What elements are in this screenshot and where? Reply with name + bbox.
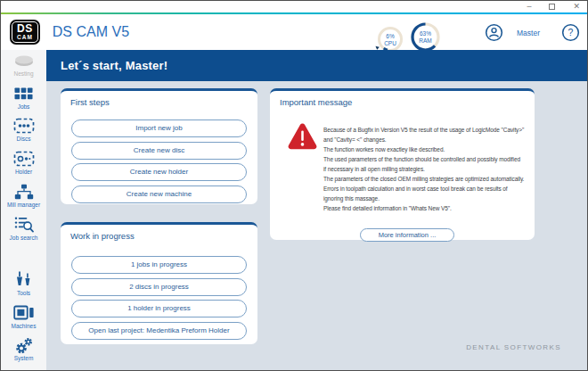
- sidebar-label: System: [14, 355, 34, 361]
- sidebar-item-nesting[interactable]: Nesting: [1, 53, 46, 78]
- sidebar-item-system[interactable]: System: [1, 337, 46, 363]
- logo-text-bottom: CAM: [17, 34, 33, 40]
- message-line: The used parameters of the function shou…: [323, 154, 532, 164]
- sidebar-label: Holder: [15, 169, 32, 175]
- create-new-disc-button[interactable]: Create new disc: [71, 142, 247, 160]
- message-line: Errors in toolpath calculation and in wo…: [323, 184, 532, 194]
- minimize-button[interactable]: –: [527, 3, 531, 11]
- ds-cam-logo: DS CAM: [10, 20, 40, 45]
- message-line: if necessary in all open milling strateg…: [323, 164, 532, 174]
- sidebar-label: Job search: [10, 235, 38, 241]
- app-title: DS CAM V5: [53, 24, 129, 40]
- create-new-holder-button[interactable]: Create new holder: [71, 163, 247, 181]
- holder-in-progress-button[interactable]: 1 holder in progress: [71, 300, 247, 317]
- sidebar-label: Discs: [17, 136, 31, 142]
- help-button[interactable]: ?: [561, 23, 580, 45]
- ram-gauge: 63% RAM: [409, 21, 442, 54]
- discs-icon: [13, 118, 35, 134]
- holder-icon: [13, 151, 35, 167]
- machines-icon: [13, 305, 35, 321]
- system-icon: [15, 337, 33, 353]
- message-line: The parameters of the closed OEM milling…: [323, 174, 532, 184]
- sidebar-item-holder[interactable]: Holder: [1, 151, 46, 177]
- message-line: Please find detailed information in "Wha…: [323, 203, 532, 213]
- message-line: and "Cavity= <" changes.: [323, 135, 532, 144]
- cpu-label: CPU: [384, 40, 396, 46]
- more-information-button[interactable]: More information ...: [360, 228, 454, 242]
- warning-icon: [286, 121, 319, 154]
- panel-title: First steps: [61, 91, 257, 107]
- nesting-icon: [13, 53, 35, 69]
- user-account[interactable]: Master: [485, 23, 540, 42]
- jobs-icon: [14, 86, 33, 102]
- maximize-button[interactable]: [549, 4, 555, 10]
- first-steps-panel: First steps Import new job Create new di…: [61, 88, 257, 204]
- help-icon: ?: [561, 23, 580, 42]
- panel-title: Important message: [270, 91, 535, 107]
- ram-label: RAM: [419, 37, 431, 44]
- close-button[interactable]: ✕: [573, 3, 580, 11]
- logo-text-top: DS: [17, 23, 33, 34]
- open-last-project-button[interactable]: Open last project: Medentika Preform Hol…: [71, 322, 247, 340]
- sidebar-label: Mill manager: [7, 202, 40, 208]
- welcome-banner: Let´s start, Master!: [46, 50, 587, 81]
- cpu-value: 6%: [386, 33, 394, 39]
- message-line: Because of a Bugfix in Version V5 the re…: [323, 125, 532, 135]
- main-content: Let´s start, Master! First steps Import …: [46, 50, 587, 370]
- app-header: DS CAM DS CAM V5 6% CPU: [1, 14, 587, 50]
- work-in-progress-panel: Work in progress 1 jobs in progress 2 di…: [61, 222, 257, 344]
- important-message-text: Because of a Bugfix in Version V5 the re…: [323, 125, 532, 213]
- create-new-machine-button[interactable]: Create new machine: [71, 186, 247, 203]
- sidebar-item-mill-manager[interactable]: Mill manager: [1, 184, 46, 210]
- sidebar-item-machines[interactable]: Machines: [1, 305, 46, 331]
- sidebar-item-job-search[interactable]: Job search: [1, 217, 46, 243]
- welcome-greeting: Let´s start, Master!: [61, 59, 167, 72]
- job-search-icon: [14, 217, 34, 233]
- import-new-job-button[interactable]: Import new job: [71, 120, 247, 137]
- title-bar: – ✕: [1, 1, 587, 12]
- mill-manager-icon: [13, 184, 35, 200]
- sidebar-item-tools[interactable]: Tools: [1, 272, 46, 298]
- ram-value: 63%: [420, 30, 431, 37]
- message-line: ignoring this massage.: [323, 194, 532, 203]
- sidebar: Nesting Jobs: [1, 50, 46, 370]
- svg-text:?: ?: [568, 27, 574, 37]
- resource-gauges: 6% CPU 63% RAM: [376, 21, 442, 54]
- sidebar-label: Nesting: [13, 70, 33, 77]
- user-icon: [485, 23, 503, 42]
- sidebar-label: Tools: [17, 290, 30, 296]
- dental-softworks-brand: DENTAL SOFTWORKS: [466, 343, 561, 351]
- important-message-panel: Important message Because of a Bugfix in…: [270, 88, 535, 240]
- app-window: – ✕ DS CAM DS CAM V5: [0, 0, 588, 371]
- sidebar-label: Jobs: [18, 103, 30, 110]
- sidebar-label: Machines: [12, 323, 37, 329]
- user-name: Master: [517, 29, 540, 37]
- window-controls: – ✕: [527, 1, 580, 12]
- panel-title: Work in progress: [61, 225, 257, 241]
- message-line: The function workes now exactley like de…: [323, 144, 532, 154]
- sidebar-item-discs[interactable]: Discs: [1, 118, 46, 144]
- discs-in-progress-button[interactable]: 2 discs in progress: [71, 278, 247, 296]
- tools-icon: [15, 272, 32, 288]
- sidebar-item-jobs[interactable]: Jobs: [1, 86, 46, 111]
- jobs-in-progress-button[interactable]: 1 jobs in progress: [71, 256, 247, 274]
